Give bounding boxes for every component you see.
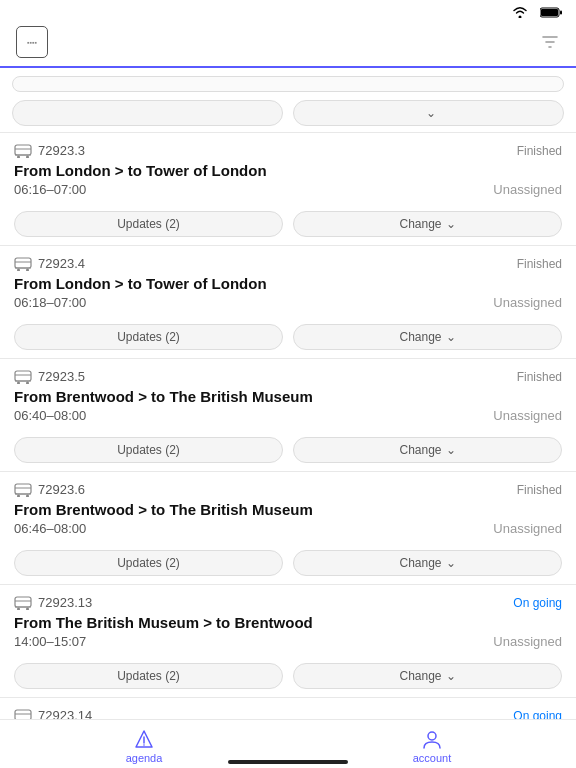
svg-point-24	[26, 494, 29, 497]
bus-icon	[14, 596, 32, 610]
card-header: 72923.4 Finished	[14, 256, 562, 271]
trip-status: Finished	[517, 483, 562, 497]
date-nav	[279, 32, 309, 53]
trip-assigned: Unassigned	[493, 408, 562, 423]
battery-icon	[540, 7, 562, 18]
calendar-icon[interactable]: ▪▪▪▪	[16, 26, 48, 58]
chevron-down-icon: ⌄	[426, 106, 436, 120]
header: ▪▪▪▪	[0, 22, 576, 68]
card-updates-button[interactable]: Updates (2)	[14, 324, 283, 350]
trip-status: Finished	[517, 144, 562, 158]
card-id-row: 72923.4	[14, 256, 85, 271]
svg-rect-9	[15, 258, 31, 268]
bus-icon	[14, 144, 32, 158]
svg-rect-3	[15, 145, 31, 155]
trip-card: 72923.5 Finished From Brentwood > to The…	[0, 358, 576, 471]
card-id-row: 72923.3	[14, 143, 85, 158]
updates-button[interactable]	[12, 100, 283, 126]
wifi-icon	[512, 6, 528, 18]
card-updates-button[interactable]: Updates (2)	[14, 550, 283, 576]
card-change-button[interactable]: Change ⌄	[293, 550, 562, 576]
trip-assigned: Unassigned	[493, 182, 562, 197]
nav-label: agenda	[126, 752, 163, 764]
trip-card: 72923.4 Finished From London > to Tower …	[0, 245, 576, 358]
card-header: 72923.6 Finished	[14, 482, 562, 497]
svg-point-12	[26, 268, 29, 271]
filter-icon[interactable]	[540, 32, 560, 52]
card-time-row: 06:40–08:00 Unassigned	[14, 408, 562, 423]
svg-point-17	[17, 381, 20, 384]
trip-assigned: Unassigned	[493, 295, 562, 310]
chevron-down-icon: ⌄	[446, 556, 456, 570]
trip-assigned: Unassigned	[493, 634, 562, 649]
card-change-button[interactable]: Change ⌄	[293, 324, 562, 350]
card-id-row: 72923.6	[14, 482, 85, 497]
trip-status: Finished	[517, 257, 562, 271]
card-change-button[interactable]: Change ⌄	[293, 437, 562, 463]
trip-route: From Brentwood > to The British Museum	[14, 388, 562, 405]
trip-id: 72923.5	[38, 369, 85, 384]
card-change-button[interactable]: Change ⌄	[293, 663, 562, 689]
trip-route: From Brentwood > to The British Museum	[14, 501, 562, 518]
svg-point-5	[17, 155, 20, 158]
trip-time: 06:18–07:00	[14, 295, 86, 310]
svg-point-6	[26, 155, 29, 158]
trip-status: Finished	[517, 370, 562, 384]
chevron-down-icon: ⌄	[446, 669, 456, 683]
nav-item-agenda[interactable]: agenda	[0, 728, 288, 764]
trip-card: 72923.6 Finished From Brentwood > to The…	[0, 471, 576, 584]
card-id-row: 72923.13	[14, 595, 92, 610]
change-button[interactable]: ⌄	[293, 100, 564, 126]
card-id-row: 72923.5	[14, 369, 85, 384]
trip-route: From London > to Tower of London	[14, 275, 562, 292]
svg-point-18	[26, 381, 29, 384]
chevron-down-icon: ⌄	[446, 330, 456, 344]
trip-route: From London > to Tower of London	[14, 162, 562, 179]
card-time-row: 06:46–08:00 Unassigned	[14, 521, 562, 536]
search-bar[interactable]	[12, 76, 564, 92]
card-header: 72923.5 Finished	[14, 369, 562, 384]
cards-container: 72923.3 Finished From London > to Tower …	[0, 132, 576, 768]
day-label	[289, 32, 299, 53]
card-updates-button[interactable]: Updates (2)	[14, 663, 283, 689]
account-icon	[421, 728, 443, 750]
bus-icon	[14, 257, 32, 271]
card-buttons: Updates (2) Change ⌄	[14, 318, 562, 358]
svg-point-29	[17, 607, 20, 610]
trip-time: 06:16–07:00	[14, 182, 86, 197]
svg-rect-27	[15, 597, 31, 607]
card-updates-button[interactable]: Updates (2)	[14, 437, 283, 463]
card-buttons: Updates (2) Change ⌄	[14, 657, 562, 697]
trip-id: 72923.6	[38, 482, 85, 497]
card-time-row: 06:16–07:00 Unassigned	[14, 182, 562, 197]
bus-icon	[14, 370, 32, 384]
trip-assigned: Unassigned	[493, 521, 562, 536]
svg-point-42	[428, 732, 436, 740]
nav-label: account	[413, 752, 452, 764]
card-change-button[interactable]: Change ⌄	[293, 211, 562, 237]
svg-point-41	[143, 744, 145, 746]
trip-time: 06:40–08:00	[14, 408, 86, 423]
nav-item-account[interactable]: account	[288, 728, 576, 764]
home-indicator	[228, 760, 348, 764]
card-updates-button[interactable]: Updates (2)	[14, 211, 283, 237]
svg-rect-2	[560, 10, 562, 14]
card-header: 72923.13 On going	[14, 595, 562, 610]
trip-id: 72923.4	[38, 256, 85, 271]
svg-point-11	[17, 268, 20, 271]
top-buttons-row: ⌄	[0, 100, 576, 132]
card-time-row: 06:18–07:00 Unassigned	[14, 295, 562, 310]
trip-card: 72923.13 On going From The British Museu…	[0, 584, 576, 697]
svg-point-30	[26, 607, 29, 610]
chevron-down-icon: ⌄	[446, 217, 456, 231]
svg-rect-1	[541, 9, 558, 16]
trip-card: 72923.3 Finished From London > to Tower …	[0, 132, 576, 245]
trip-time: 06:46–08:00	[14, 521, 86, 536]
chevron-down-icon: ⌄	[446, 443, 456, 457]
trip-route: From The British Museum > to Brentwood	[14, 614, 562, 631]
card-buttons: Updates (2) Change ⌄	[14, 544, 562, 584]
trip-id: 72923.3	[38, 143, 85, 158]
status-icons	[512, 6, 562, 18]
status-bar	[0, 0, 576, 22]
svg-rect-15	[15, 371, 31, 381]
